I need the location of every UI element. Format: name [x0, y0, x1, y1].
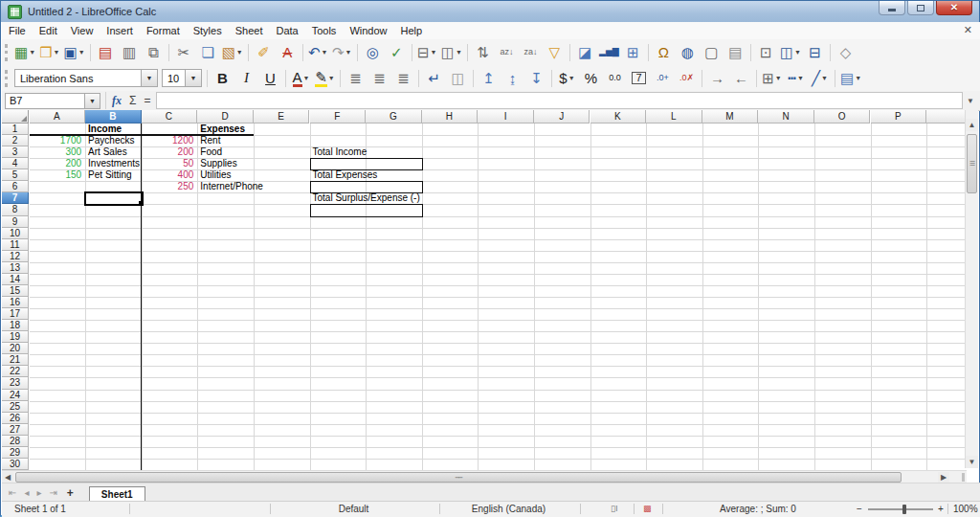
column-header-H[interactable]: H [422, 110, 479, 124]
menu-edit[interactable]: Edit [33, 23, 64, 38]
zoom-slider-thumb[interactable] [902, 505, 906, 514]
menu-window[interactable]: Window [343, 23, 393, 38]
zoom-slider-track[interactable] [868, 508, 933, 510]
chevron-down-icon[interactable]: ▼ [141, 70, 157, 86]
define-print-area-button[interactable]: ⊡ [755, 41, 777, 64]
row-header-27[interactable]: 27 [2, 424, 29, 436]
copy-button[interactable]: ❏ [197, 41, 219, 64]
spelling-button[interactable]: ✓ [386, 41, 408, 64]
cell-C6[interactable]: 250 [144, 181, 194, 192]
column-header-N[interactable]: N [758, 110, 814, 124]
center-vertically-button[interactable]: ↨ [501, 67, 523, 90]
row-header-5[interactable]: 5 [2, 169, 29, 181]
row-header-15[interactable]: 15 [2, 285, 29, 297]
cell-D5[interactable]: Utilities [200, 169, 231, 181]
cell-D6[interactable]: Internet/Phone [200, 181, 263, 192]
menu-view[interactable]: View [64, 23, 100, 38]
row-header-12[interactable]: 12 [2, 251, 29, 262]
format-as-number-button[interactable]: 0.0 [604, 67, 626, 90]
selection-fill-handle[interactable] [139, 201, 144, 206]
sort-descending-button[interactable]: za↓ [520, 41, 542, 64]
row-header-29[interactable]: 29 [2, 447, 29, 459]
tab-nav-first-icon[interactable]: ⇤ [5, 487, 20, 498]
minimize-button[interactable] [879, 1, 905, 15]
find-and-replace-button[interactable]: ◎ [362, 41, 384, 64]
cell-A3[interactable]: 300 [32, 146, 82, 158]
row-header-4[interactable]: 4 [2, 158, 29, 169]
column-header-G[interactable]: G [366, 110, 422, 124]
font-name-combo[interactable]: Liberation Sans ▼ [14, 69, 158, 87]
insert-image-button[interactable]: ◪ [574, 41, 596, 64]
scroll-left-icon[interactable]: ◀ [2, 472, 13, 483]
vertical-scrollbar[interactable]: ▲ ☰ ▼ [965, 110, 978, 468]
row-header-3[interactable]: 3 [2, 146, 29, 158]
row-header-24[interactable]: 24 [2, 390, 29, 401]
delete-decimal-place-button[interactable]: .0✗ [676, 67, 698, 90]
font-size-combo[interactable]: 10 ▼ [162, 69, 202, 87]
underline-button[interactable]: U [259, 67, 281, 90]
column-header-partial[interactable] [926, 110, 967, 124]
row-header-23[interactable]: 23 [2, 377, 29, 389]
format-as-percent-button[interactable]: % [580, 67, 602, 90]
row-header-26[interactable]: 26 [2, 413, 29, 424]
italic-button[interactable]: I [235, 67, 257, 90]
row-header-20[interactable]: 20 [2, 343, 29, 354]
cell-B2[interactable]: Paychecks [88, 135, 134, 146]
insert-comment-button[interactable]: ▢ [701, 41, 723, 64]
formula-input[interactable] [156, 92, 963, 109]
selection-mode-icon[interactable]: ▯I [611, 502, 617, 516]
cell-A5[interactable]: 150 [32, 169, 82, 181]
toolbar-grip[interactable] [5, 70, 8, 87]
chevron-down-icon[interactable]: ▼ [84, 94, 100, 108]
increase-indent-button[interactable]: → [706, 67, 728, 90]
row-header-1[interactable]: 1 [2, 124, 29, 135]
column-button[interactable]: ◫▼ [440, 41, 463, 64]
row-header-18[interactable]: 18 [2, 320, 29, 331]
row-header-8[interactable]: 8 [2, 204, 29, 215]
new-button[interactable]: ▦▼ [13, 41, 36, 64]
cell-C4[interactable]: 50 [144, 158, 194, 169]
insert-chart-button[interactable]: ▂▅▇ [598, 41, 620, 64]
save-button[interactable]: ▣▼ [63, 41, 86, 64]
cell-F7[interactable]: Total Surplus/Expense (-) [313, 192, 420, 204]
column-header-I[interactable]: I [478, 110, 534, 124]
menu-format[interactable]: Format [140, 23, 187, 38]
zoom-percent[interactable]: 100% [953, 502, 978, 516]
chevron-down-icon[interactable]: ▼ [185, 70, 201, 86]
row-header-10[interactable]: 10 [2, 228, 29, 239]
function-wizard-icon[interactable]: fx [112, 94, 122, 108]
name-box[interactable]: B7 ▼ [5, 93, 100, 109]
print-button[interactable]: ▥ [119, 41, 141, 64]
menu-insert[interactable]: Insert [100, 23, 140, 38]
cell-D2[interactable]: Rent [200, 135, 220, 146]
zoom-out-button[interactable]: − [857, 502, 862, 516]
clone-formatting-button[interactable]: ✐ [253, 41, 275, 64]
cell-C3[interactable]: 200 [144, 146, 194, 158]
horizontal-scroll-thumb[interactable]: ┅┅ [15, 472, 902, 483]
sort-button[interactable]: ⇅ [472, 41, 494, 64]
decrease-indent-button[interactable]: ← [730, 67, 752, 90]
column-header-J[interactable]: J [534, 110, 590, 124]
cell-B4[interactable]: Investments [88, 158, 140, 169]
align-center-button[interactable]: ≣ [368, 67, 390, 90]
document-modified-icon[interactable]: ▩ [643, 502, 652, 516]
format-as-currency-button[interactable]: $▼ [556, 67, 578, 90]
tab-nav-previous-icon[interactable]: ◂ [20, 487, 33, 498]
scroll-right-icon[interactable]: ▶ [938, 472, 949, 483]
row-header-28[interactable]: 28 [2, 436, 29, 447]
sheet-tab-sheet1[interactable]: Sheet1 [89, 486, 145, 502]
row-header-21[interactable]: 21 [2, 354, 29, 366]
cell-D3[interactable]: Food [200, 146, 222, 158]
menu-styles[interactable]: Styles [187, 23, 229, 38]
vertical-scroll-thumb[interactable]: ☰ [967, 134, 977, 193]
select-all-corner[interactable] [2, 110, 29, 124]
close-document-button[interactable]: ✕ [964, 24, 972, 36]
wrap-text-button[interactable]: ↵ [423, 67, 445, 90]
column-header-L[interactable]: L [646, 110, 702, 124]
column-header-D[interactable]: D [197, 110, 254, 124]
column-header-F[interactable]: F [310, 110, 367, 124]
tab-nav-next-icon[interactable]: ▸ [33, 487, 45, 498]
active-cell-selection[interactable] [84, 191, 144, 206]
menu-help[interactable]: Help [394, 23, 430, 38]
merge-cells-button[interactable]: ◫ [447, 67, 469, 90]
